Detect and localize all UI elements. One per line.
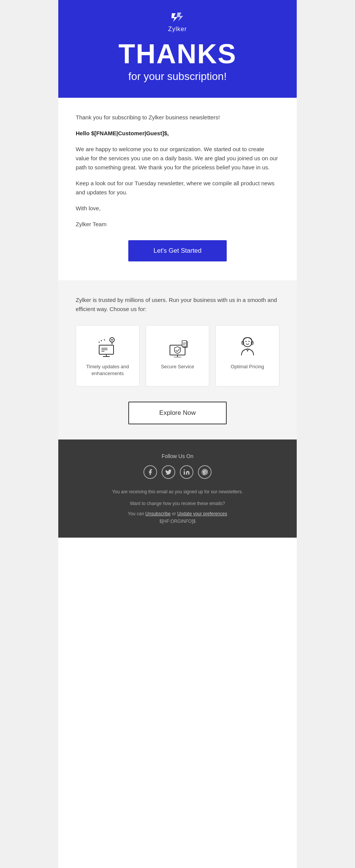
features-intro: Zylker is trusted by millions of users. … [76, 296, 279, 314]
feature-card-secure: Secure Service [146, 325, 210, 386]
links-line: You can Unsubscribe or Update your prefe… [66, 511, 289, 516]
logo-icon [170, 11, 185, 24]
svg-point-22 [248, 341, 249, 342]
feature-card-pricing: Optimal Pricing [215, 325, 279, 386]
svg-rect-16 [182, 341, 187, 347]
secure-icon [166, 335, 189, 357]
features-section: Zylker is trusted by millions of users. … [58, 280, 297, 439]
intro-line: Thank you for subscribing to Zylker busi… [76, 113, 279, 122]
svg-point-26 [184, 469, 185, 471]
greeting-line: Hello $[FNAME|Customer|Guest]$, [76, 129, 279, 138]
main-content-section: Thank you for subscribing to Zylker busi… [58, 98, 297, 280]
features-grid: Timely updates and enhancements [76, 325, 279, 386]
get-started-button[interactable]: Let's Get Started [128, 240, 227, 261]
facebook-icon[interactable] [143, 465, 157, 479]
follow-us-text: Follow Us On [66, 453, 289, 459]
thanks-title: THANKS [66, 40, 289, 67]
you-can-text: You can [128, 511, 144, 516]
feature-card-updates: Timely updates and enhancements [76, 325, 140, 386]
linkedin-icon[interactable] [180, 465, 193, 479]
svg-rect-25 [184, 471, 185, 475]
header-section: Zylker THANKS for your subscription! [58, 0, 297, 98]
body-paragraph-2: Keep a look out for our Tuesday newslett… [76, 179, 279, 197]
footer-section: Follow Us On You are receiving this emai… [58, 439, 297, 538]
feature-label-pricing: Optimal Pricing [222, 363, 273, 370]
sign-off-2: Zylker Team [76, 220, 279, 229]
unsubscribe-link[interactable]: Unsubscribe [145, 511, 171, 516]
svg-point-11 [104, 339, 105, 341]
pricing-icon [236, 335, 259, 357]
feature-label-updates: Timely updates and enhancements [82, 363, 133, 377]
thanks-subtitle: for your subscription! [66, 70, 289, 83]
feature-label-secure: Secure Service [152, 363, 203, 370]
sign-off-1: With love, [76, 204, 279, 213]
twitter-icon[interactable] [162, 465, 175, 479]
org-info-text: $[HF:ORGINFO]$ [66, 519, 289, 524]
or-text: or [172, 511, 176, 516]
logo-text: Zylker [66, 26, 289, 33]
body-paragraph-1: We are happy to welcome you to our organ… [76, 145, 279, 172]
social-icons-row [66, 465, 289, 479]
disclaimer-text-1: You are receiving this email as you sign… [66, 488, 289, 496]
disclaimer-text-2: Want to change how you receive these ema… [66, 500, 289, 507]
pinterest-icon[interactable] [198, 465, 212, 479]
explore-now-button[interactable]: Explore Now [128, 402, 227, 424]
email-container: Zylker THANKS for your subscription! Tha… [58, 0, 297, 868]
update-preferences-link[interactable]: Update your preferences [177, 511, 227, 516]
svg-point-10 [101, 340, 102, 341]
svg-point-21 [245, 341, 246, 342]
updates-icon [96, 335, 119, 357]
svg-point-9 [99, 342, 100, 343]
svg-point-7 [111, 339, 113, 341]
